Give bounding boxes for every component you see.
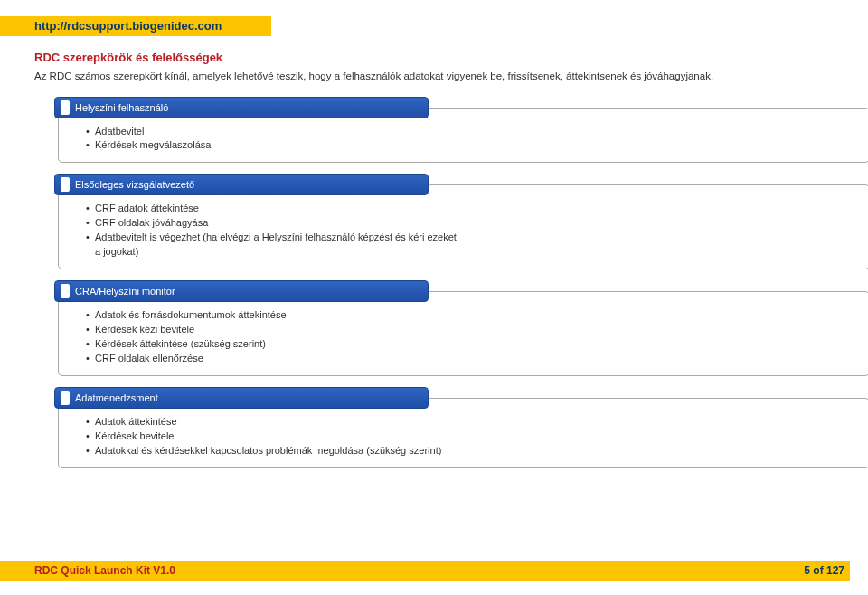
- role-heading-chip: Elsődleges vizsgálatvezető: [54, 174, 429, 195]
- role-heading-text: CRA/Helyszíni monitor: [75, 286, 175, 297]
- roles-list: Helyszíni felhasználó Adatbevitel Kérdés…: [54, 97, 834, 468]
- role-item: CRF adatok áttekintése: [86, 202, 854, 216]
- role-item: Kérdések bevitele: [86, 430, 854, 444]
- role-item: Kérdések megválaszolása: [86, 138, 854, 153]
- footer-page-number: 5 of 127: [804, 561, 844, 581]
- role-heading-text: Helyszíni felhasználó: [75, 102, 168, 113]
- page: http://rdcsupport.biogenidec.com RDC sze…: [0, 0, 868, 595]
- footer-doc-title: RDC Quick Launch Kit V1.0: [34, 561, 175, 581]
- role-item: Kérdések kézi bevitele: [86, 323, 854, 337]
- role-item: Kérdések áttekintése (szükség szerint): [86, 337, 854, 352]
- role-heading-chip: Adatmenedzsment: [54, 387, 429, 409]
- chip-notch-icon: [61, 177, 70, 192]
- intro-paragraph: Az RDC számos szerepkört kínál, amelyek …: [34, 70, 834, 84]
- role-heading-text: Elsődleges vizsgálatvezető: [75, 179, 194, 190]
- content-area: RDC szerepkörök és felelősségek Az RDC s…: [34, 51, 834, 479]
- role-item: CRF oldalak jóváhagyása: [86, 216, 854, 231]
- chip-notch-icon: [61, 100, 70, 115]
- role-item: Adatokkal és kérdésekkel kapcsolatos pro…: [86, 444, 854, 458]
- role-item: CRF oldalak ellenőrzése: [86, 352, 854, 366]
- role-item-continuation: a jogokat): [86, 245, 854, 260]
- role-item: Adatok és forrásdokumentumok áttekintése: [86, 308, 854, 323]
- role-item: Adatok áttekintése: [86, 415, 854, 430]
- role-section: Helyszíni felhasználó Adatbevitel Kérdés…: [54, 97, 834, 164]
- role-heading-chip: Helyszíni felhasználó: [54, 97, 429, 118]
- role-body: Adatok és forrásdokumentumok áttekintése…: [58, 291, 868, 376]
- role-heading-text: Adatmenedzsment: [75, 392, 158, 403]
- role-body: CRF adatok áttekintése CRF oldalak jóváh…: [58, 184, 868, 269]
- role-section: CRA/Helyszíni monitor Adatok és forrásdo…: [54, 280, 834, 376]
- role-section: Adatmenedzsment Adatok áttekintése Kérdé…: [54, 387, 834, 468]
- role-item: Adatbevitelt is végezhet (ha elvégzi a H…: [86, 231, 854, 245]
- chip-notch-icon: [61, 284, 70, 298]
- role-heading-chip: CRA/Helyszíni monitor: [54, 280, 429, 302]
- support-url: http://rdcsupport.biogenidec.com: [34, 16, 222, 36]
- chip-notch-icon: [61, 391, 70, 405]
- role-section: Elsődleges vizsgálatvezető CRF adatok át…: [54, 174, 834, 269]
- page-title: RDC szerepkörök és felelősségek: [34, 51, 834, 64]
- role-item: Adatbevitel: [86, 125, 854, 139]
